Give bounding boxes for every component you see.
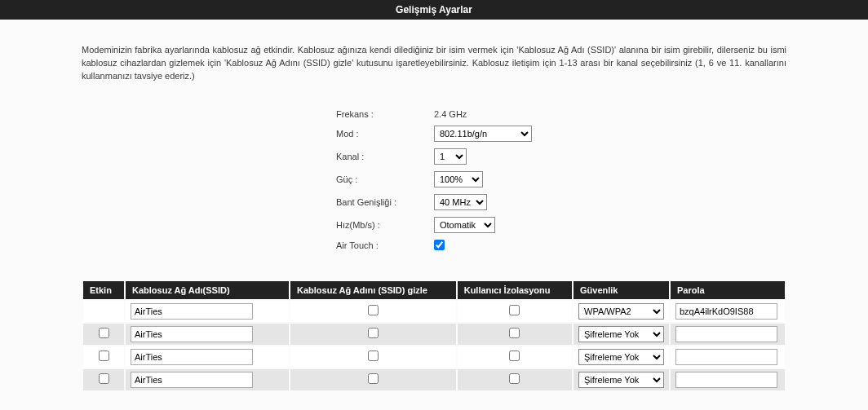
ssid-input[interactable] — [131, 349, 253, 365]
isolation-checkbox[interactable] — [509, 350, 520, 361]
bw-label: Bant Genişliği : — [330, 191, 427, 214]
enable-checkbox[interactable] — [99, 350, 109, 361]
content: Modeminizin fabrika ayarlarında kablosuz… — [0, 20, 868, 410]
security-select[interactable]: Şifreleme Yok — [578, 372, 664, 388]
bandwidth-select[interactable]: 40 MHz — [434, 194, 487, 210]
table-row: Şifreleme Yok — [83, 324, 785, 345]
hide-ssid-checkbox[interactable] — [368, 373, 379, 384]
security-select[interactable]: Şifreleme Yok — [578, 349, 664, 365]
ssid-input[interactable] — [131, 303, 253, 320]
channel-select[interactable]: 1 — [434, 148, 467, 165]
col-sec: Güvenlik — [574, 281, 669, 299]
ssid-input[interactable] — [131, 326, 253, 342]
password-input[interactable] — [675, 303, 777, 320]
rate-label: Hız(Mb/s) : — [330, 214, 427, 236]
hide-ssid-checkbox[interactable] — [368, 305, 379, 315]
power-select[interactable]: 100% — [434, 171, 483, 187]
table-row: WPA/WPA2 — [83, 301, 785, 322]
airtouch-checkbox[interactable] — [434, 240, 445, 250]
security-select[interactable]: WPA/WPA2 — [578, 303, 664, 320]
freq-label: Frekans : — [330, 106, 427, 122]
password-input[interactable] — [675, 372, 777, 388]
enable-checkbox[interactable] — [99, 373, 109, 384]
enable-checkbox[interactable] — [99, 328, 109, 338]
security-select[interactable]: Şifreleme Yok — [578, 326, 664, 342]
hide-ssid-checkbox[interactable] — [368, 350, 379, 361]
col-hide: Kablosuz Ağ Adını (SSID) gizle — [290, 281, 456, 299]
power-label: Güç : — [330, 168, 427, 191]
isolation-checkbox[interactable] — [509, 305, 520, 315]
isolation-checkbox[interactable] — [509, 328, 520, 338]
page-title: Gelişmiş Ayarlar — [0, 0, 868, 20]
hide-ssid-checkbox[interactable] — [368, 328, 379, 338]
settings-block: Frekans : 2.4 GHz Mod : 802.11b/g/n Kana… — [82, 106, 786, 255]
isolation-checkbox[interactable] — [509, 373, 520, 384]
col-pass: Parola — [671, 281, 785, 299]
description-text: Modeminizin fabrika ayarlarında kablosuz… — [82, 44, 786, 83]
col-iso: Kullanıcı İzolasyonu — [458, 281, 572, 299]
col-ssid: Kablosuz Ağ Adı(SSID) — [126, 281, 289, 299]
col-etkin: Etkin — [83, 281, 124, 299]
table-row: Şifreleme Yok — [83, 369, 785, 390]
mode-label: Mod : — [330, 122, 427, 145]
mode-select[interactable]: 802.11b/g/n — [434, 126, 532, 142]
rate-select[interactable]: Otomatik — [434, 217, 495, 233]
settings-table: Frekans : 2.4 GHz Mod : 802.11b/g/n Kana… — [330, 106, 538, 255]
table-row: Şifreleme Yok — [83, 346, 785, 368]
password-input[interactable] — [675, 349, 777, 365]
freq-value: 2.4 GHz — [427, 106, 538, 122]
airtouch-label: Air Touch : — [330, 236, 427, 255]
password-input[interactable] — [675, 326, 777, 342]
ssid-table: Etkin Kablosuz Ağ Adı(SSID) Kablosuz Ağ … — [82, 280, 786, 392]
channel-label: Kanal : — [330, 145, 427, 168]
ssid-input[interactable] — [131, 372, 253, 388]
